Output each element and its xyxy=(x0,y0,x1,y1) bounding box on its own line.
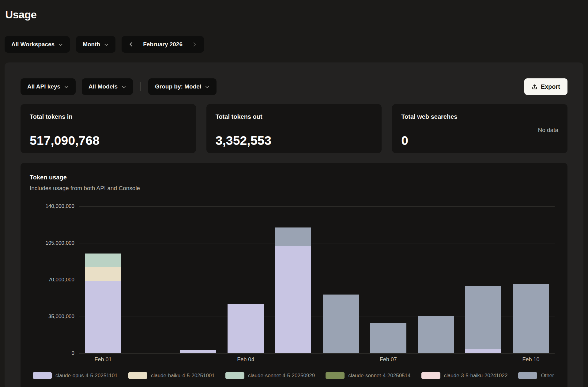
bar-stack[interactable] xyxy=(275,227,311,353)
chart-legend: claude-opus-4-5-20251101claude-haiku-4-5… xyxy=(33,372,554,379)
date-navigator: February 2026 xyxy=(122,36,204,53)
api-keys-dropdown[interactable]: All API keys xyxy=(21,78,76,95)
bar-segment[interactable] xyxy=(228,304,264,353)
bar-segment[interactable] xyxy=(85,281,121,353)
bar-slot xyxy=(507,206,555,353)
chart-title: Token usage xyxy=(30,174,558,181)
workspaces-dropdown[interactable]: All Workspaces xyxy=(5,36,70,53)
stat-label: Total tokens in xyxy=(30,113,187,120)
stat-value: 0 xyxy=(401,134,558,147)
chart-plot: 035,000,00070,000,000105,000,000140,000,… xyxy=(79,206,555,353)
bar-segment[interactable] xyxy=(323,295,359,353)
y-tick-label: 105,000,000 xyxy=(45,240,74,246)
bar-segment[interactable] xyxy=(513,284,549,353)
x-tick-label: Feb 10 xyxy=(507,356,555,364)
chart-subtitle: Includes usage from both API and Console xyxy=(30,185,558,192)
usage-page: Usage All Workspaces Month February 2026 xyxy=(0,0,588,387)
x-tick-label xyxy=(317,356,364,364)
x-tick-label: Feb 01 xyxy=(79,356,127,364)
x-tick-label xyxy=(270,356,317,364)
usage-panel: All API keys All Models Group by: Model xyxy=(5,62,583,387)
legend-item: claude-sonnet-4-20250514 xyxy=(326,372,410,379)
legend-label: claude-opus-4-5-20251101 xyxy=(55,373,118,379)
legend-swatch xyxy=(421,372,440,379)
x-axis: Feb 01Feb 04Feb 07Feb 10 xyxy=(79,356,555,364)
legend-swatch xyxy=(33,372,52,379)
x-tick-label xyxy=(127,356,174,364)
export-icon xyxy=(532,84,537,90)
bar-stack[interactable] xyxy=(180,350,216,353)
bar-stack[interactable] xyxy=(323,295,359,353)
chevron-down-icon xyxy=(121,85,126,89)
x-tick-label xyxy=(412,356,459,364)
bar-segment[interactable] xyxy=(275,227,311,246)
legend-swatch xyxy=(128,372,147,379)
bar-segment[interactable] xyxy=(133,353,169,353)
bar-segment[interactable] xyxy=(465,349,501,353)
bar-stack[interactable] xyxy=(465,286,501,353)
bars-layer xyxy=(79,206,555,353)
group-by-dropdown-label: Group by: Model xyxy=(155,83,201,90)
next-month-button[interactable] xyxy=(189,38,200,51)
legend-item: claude-haiku-4-5-20251001 xyxy=(128,372,215,379)
bar-segment[interactable] xyxy=(418,316,454,353)
toolbar-divider xyxy=(140,82,141,91)
bar-slot xyxy=(222,206,270,353)
bar-stack[interactable] xyxy=(228,304,264,353)
bar-stack[interactable] xyxy=(133,353,169,353)
legend-label: Other xyxy=(541,373,554,379)
bar-stack[interactable] xyxy=(418,316,454,353)
legend-swatch xyxy=(326,372,345,379)
legend-swatch xyxy=(518,372,537,379)
stat-value: 517,090,768 xyxy=(30,134,187,147)
bar-segment[interactable] xyxy=(275,246,311,353)
stat-card-tokens-in: Total tokens in 517,090,768 xyxy=(21,104,196,153)
x-tick-label: Feb 04 xyxy=(222,356,270,364)
legend-label: claude-haiku-4-5-20251001 xyxy=(151,373,215,379)
y-tick-label: 140,000,000 xyxy=(45,203,74,209)
stat-card-web-searches: Total web searches No data 0 xyxy=(392,104,567,153)
legend-item: Other xyxy=(518,372,554,379)
bar-segment[interactable] xyxy=(180,350,216,353)
period-dropdown[interactable]: Month xyxy=(76,36,115,53)
y-tick-label: 70,000,000 xyxy=(48,277,74,283)
legend-label: claude-3-5-haiku-20241022 xyxy=(444,373,508,379)
legend-item: claude-opus-4-5-20251101 xyxy=(33,372,118,379)
stat-value: 3,352,553 xyxy=(216,134,373,147)
stat-card-tokens-out: Total tokens out 3,352,553 xyxy=(206,104,382,153)
legend-item: claude-3-5-haiku-20241022 xyxy=(421,372,508,379)
chevron-down-icon xyxy=(205,85,210,89)
bar-slot xyxy=(174,206,222,353)
x-tick-label xyxy=(174,356,222,364)
group-by-dropdown[interactable]: Group by: Model xyxy=(148,78,217,95)
models-dropdown-label: All Models xyxy=(89,83,118,90)
export-button[interactable]: Export xyxy=(524,78,567,95)
bar-stack[interactable] xyxy=(513,284,549,353)
bar-segment[interactable] xyxy=(85,267,121,281)
bar-slot xyxy=(412,206,459,353)
stat-label: Total web searches xyxy=(401,113,558,120)
bar-stack[interactable] xyxy=(370,323,406,353)
bar-slot xyxy=(317,206,364,353)
bar-segment[interactable] xyxy=(370,323,406,353)
bar-slot xyxy=(364,206,412,353)
period-dropdown-label: Month xyxy=(83,41,100,48)
bar-segment[interactable] xyxy=(465,286,501,349)
page-title: Usage xyxy=(5,9,583,21)
bar-slot xyxy=(460,206,507,353)
chevron-down-icon xyxy=(64,85,69,89)
y-tick-label: 0 xyxy=(72,350,74,356)
panel-toolbar: All API keys All Models Group by: Model xyxy=(21,78,567,95)
legend-label: claude-sonnet-4-5-20250929 xyxy=(248,373,315,379)
models-dropdown[interactable]: All Models xyxy=(82,78,133,95)
legend-label: claude-sonnet-4-20250514 xyxy=(348,373,410,379)
api-keys-dropdown-label: All API keys xyxy=(27,83,60,90)
stat-label: Total tokens out xyxy=(216,113,373,120)
bar-slot xyxy=(127,206,174,353)
previous-month-button[interactable] xyxy=(126,38,136,51)
chevron-down-icon xyxy=(58,42,63,47)
bar-segment[interactable] xyxy=(85,254,121,267)
bar-stack[interactable] xyxy=(85,254,121,353)
token-usage-chart-card: Token usage Includes usage from both API… xyxy=(21,163,567,387)
bar-slot xyxy=(79,206,127,353)
